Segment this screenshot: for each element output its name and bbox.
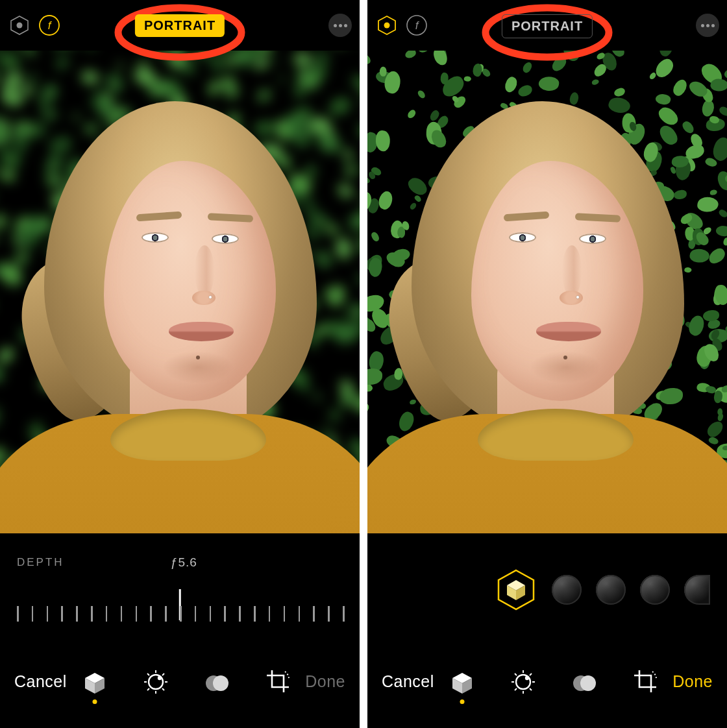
top-bar: f PORTRAIT: [367, 0, 727, 51]
svg-point-2: [17, 23, 23, 29]
adjust-tool[interactable]: [141, 669, 171, 695]
svg-line-14: [147, 673, 149, 675]
svg-line-17: [147, 688, 149, 690]
svg-point-19: [213, 675, 228, 691]
lighting-option-studio[interactable]: [552, 575, 582, 605]
svg-line-15: [162, 688, 164, 690]
depth-value: ƒ5.6: [64, 555, 304, 570]
svg-line-16: [162, 673, 164, 675]
adjust-dial-icon: [143, 669, 169, 695]
lighting-hexagon-icon[interactable]: [8, 14, 31, 37]
edit-screen-portrait-off: f PORTRAIT: [367, 0, 727, 728]
aperture-f-icon[interactable]: f: [38, 14, 61, 37]
svg-point-33: [524, 676, 528, 680]
portrait-lighting-tool[interactable]: [447, 670, 477, 695]
lighting-option-stage[interactable]: [640, 575, 670, 605]
aperture-f-icon[interactable]: f: [405, 14, 428, 37]
svg-line-40: [530, 673, 532, 675]
done-button[interactable]: Done: [672, 672, 713, 691]
adjust-tool[interactable]: [508, 669, 538, 695]
more-ellipsis-icon[interactable]: [328, 14, 352, 37]
portrait-subject: [367, 51, 727, 533]
crop-tool[interactable]: [263, 668, 293, 695]
lighting-picker-strip: [367, 533, 727, 646]
bottom-bar: Cancel: [367, 646, 727, 728]
edit-tool-row: [447, 668, 660, 695]
svg-line-39: [530, 688, 532, 690]
crop-tool[interactable]: [630, 668, 660, 695]
svg-point-9: [157, 676, 161, 680]
more-ellipsis-icon[interactable]: [696, 14, 719, 37]
photo-preview: [0, 51, 360, 533]
lighting-options[interactable]: [384, 533, 710, 646]
portrait-lighting-tool[interactable]: [80, 670, 110, 695]
depth-label: DEPTH: [17, 556, 64, 569]
portrait-mode-toggle[interactable]: PORTRAIT: [135, 14, 225, 37]
edit-screen-portrait-on: f PORTRAIT DEPTH ƒ5.6: [0, 0, 360, 728]
cube-icon: [82, 670, 107, 695]
lighting-option-contour[interactable]: [596, 575, 626, 605]
done-button[interactable]: Done: [305, 672, 345, 691]
lighting-option-natural[interactable]: [495, 568, 537, 611]
lighting-option-stage-mono[interactable]: [684, 575, 710, 605]
svg-line-41: [515, 688, 517, 690]
svg-line-38: [515, 673, 517, 675]
svg-marker-25: [499, 570, 534, 609]
svg-text:f: f: [48, 19, 53, 32]
cube-icon: [450, 670, 474, 695]
svg-text:f: f: [415, 19, 420, 32]
depth-slider[interactable]: [17, 589, 343, 624]
depth-control-strip: DEPTH ƒ5.6: [0, 533, 360, 646]
cancel-button[interactable]: Cancel: [382, 672, 434, 691]
cancel-button[interactable]: Cancel: [14, 672, 67, 691]
portrait-mode-toggle[interactable]: PORTRAIT: [502, 14, 593, 38]
photo-preview: [367, 51, 727, 533]
active-tool-dot: [92, 699, 97, 704]
svg-point-22: [384, 23, 390, 29]
filters-tool[interactable]: [202, 669, 232, 695]
crop-rotate-icon: [632, 668, 659, 695]
crop-rotate-icon: [264, 668, 291, 695]
edit-tool-row: [80, 668, 293, 695]
top-bar: f PORTRAIT: [0, 0, 360, 51]
bottom-bar: Cancel: [0, 646, 360, 728]
lighting-hexagon-icon[interactable]: [375, 14, 399, 37]
filter-circles-icon: [204, 669, 230, 695]
filter-circles-icon: [571, 669, 597, 695]
filters-tool[interactable]: [569, 669, 599, 695]
active-tool-dot: [460, 699, 464, 704]
svg-point-43: [580, 675, 596, 691]
adjust-dial-icon: [510, 669, 536, 695]
portrait-subject: [0, 51, 360, 533]
